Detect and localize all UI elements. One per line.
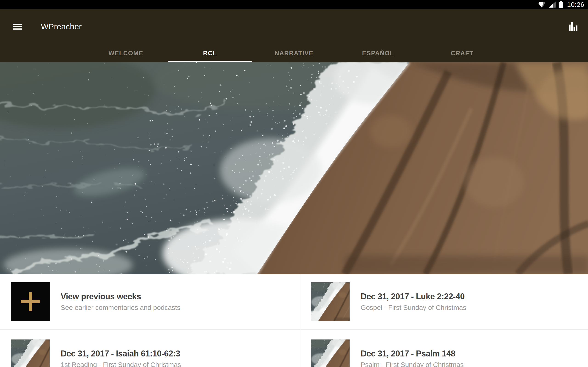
list-item-psalm[interactable]: Dec 31, 2017 - Psalm 148 Psalm - First S… [300, 329, 588, 367]
waves-thumbnail [11, 340, 50, 367]
tab-rcl-label: RCL [203, 50, 217, 57]
tab-bar: WELCOME RCL NARRATIVE ESPAÑOL CRAFT [0, 44, 588, 62]
item-title: Dec 31, 2017 - Psalm 148 [361, 349, 464, 358]
waves-thumbnail [311, 282, 350, 321]
app-screen: 10:26 WPreacher WELCOM [0, 0, 588, 367]
plus-icon [11, 282, 50, 321]
list-item-isaiah[interactable]: Dec 31, 2017 - Isaiah 61:10-62:3 1st Rea… [0, 329, 300, 367]
vertical-divider [300, 274, 300, 367]
tab-craft-label: CRAFT [451, 50, 474, 57]
tab-welcome[interactable]: WELCOME [84, 44, 168, 62]
battery-icon [559, 1, 563, 8]
status-clock: 10:26 [567, 1, 584, 8]
tab-narrative-label: NARRATIVE [275, 50, 313, 57]
app-bar-top: WPreacher [0, 9, 588, 44]
item-subtitle: See earlier commentaries and podcasts [61, 304, 180, 311]
tab-craft[interactable]: CRAFT [420, 44, 504, 62]
item-title: Dec 31, 2017 - Luke 2:22-40 [361, 292, 466, 301]
tab-espanol[interactable]: ESPAÑOL [336, 44, 420, 62]
hero-image [0, 62, 588, 274]
list-item-luke[interactable]: Dec 31, 2017 - Luke 2:22-40 Gospel - Fir… [300, 274, 588, 329]
item-subtitle: Gospel - First Sunday of Christmas [361, 304, 466, 311]
item-title: Dec 31, 2017 - Isaiah 61:10-62:3 [61, 349, 181, 358]
item-subtitle: 1st Reading - First Sunday of Christmas [61, 361, 181, 367]
item-subtitle: Psalm - First Sunday of Christmas [361, 361, 464, 367]
app-bar: WPreacher WELCOME RCL NARRATIVE ESPAÑOL … [0, 9, 588, 62]
status-bar: 10:26 [0, 0, 588, 9]
cellular-signal-icon [549, 2, 556, 8]
tab-narrative[interactable]: NARRATIVE [252, 44, 336, 62]
item-title: View previous weeks [61, 292, 180, 301]
wifi-icon [538, 1, 546, 8]
horizontal-divider [0, 329, 588, 330]
tab-espanol-label: ESPAÑOL [362, 50, 394, 57]
tab-welcome-label: WELCOME [108, 50, 143, 57]
bar-chart-icon[interactable] [569, 22, 578, 31]
hamburger-menu-icon[interactable] [13, 24, 22, 30]
reading-list: View previous weeks See earlier commenta… [0, 274, 588, 367]
waves-thumbnail [311, 340, 350, 367]
list-item-previous-weeks[interactable]: View previous weeks See earlier commenta… [0, 274, 300, 329]
app-title: WPreacher [41, 22, 82, 31]
tab-rcl[interactable]: RCL [168, 44, 252, 62]
